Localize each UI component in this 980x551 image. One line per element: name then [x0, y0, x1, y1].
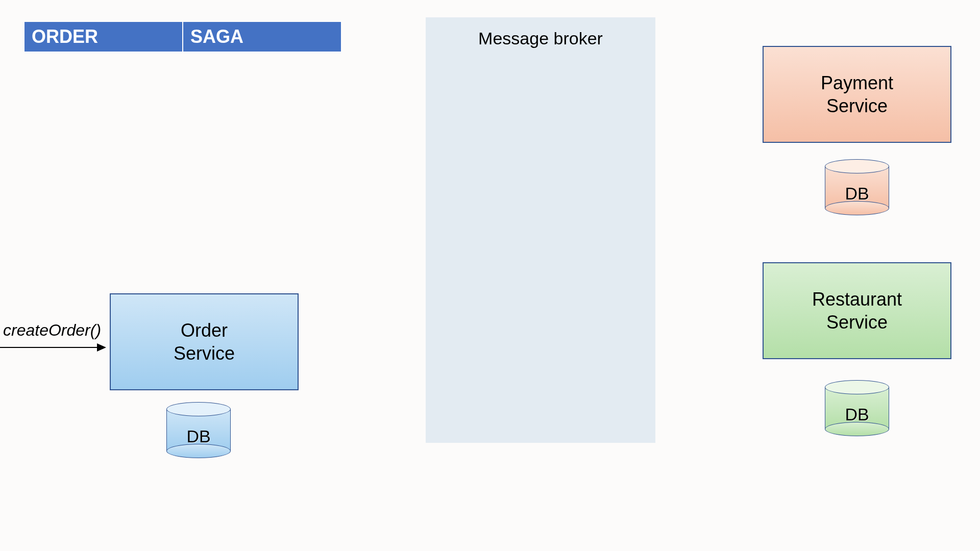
- restaurant-db-label: DB: [825, 405, 889, 424]
- table-header-saga: SAGA: [183, 21, 341, 52]
- payment-service-box: Payment Service: [763, 46, 951, 143]
- restaurant-service-label: Restaurant Service: [812, 288, 902, 334]
- restaurant-service-db: DB: [825, 380, 889, 436]
- payment-db-label: DB: [825, 184, 889, 204]
- order-service-label: Order Service: [174, 319, 235, 365]
- restaurant-service-box: Restaurant Service: [763, 262, 951, 359]
- payment-service-label: Payment Service: [821, 71, 893, 117]
- create-order-arrow-head: [97, 343, 106, 352]
- message-broker-box: Message broker: [426, 17, 655, 443]
- order-service-box: Order Service: [110, 293, 299, 390]
- order-service-db: DB: [166, 402, 231, 458]
- order-db-label: DB: [166, 427, 231, 446]
- payment-service-db: DB: [825, 159, 889, 215]
- message-broker-title: Message broker: [478, 29, 603, 48]
- create-order-label: createOrder(): [3, 321, 101, 340]
- table-header-order: ORDER: [24, 21, 183, 52]
- create-order-arrow-line: [0, 347, 97, 348]
